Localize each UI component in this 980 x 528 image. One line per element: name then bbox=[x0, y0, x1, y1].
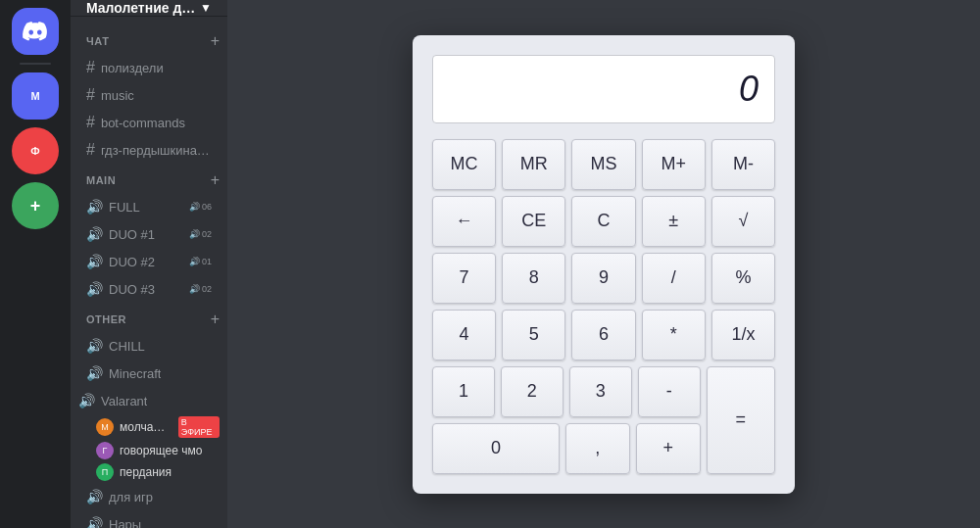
voice-avatar: М bbox=[96, 418, 114, 436]
voice-channel-valarant-group: 🔊 Valarant М молчащий В ЭФИРЕ Г говоряще… bbox=[71, 387, 227, 483]
voice-channel-dlya-igr[interactable]: 🔊 для игр bbox=[78, 483, 220, 510]
voice-icon: 🔊 bbox=[78, 393, 95, 408]
server-bar: М Ф + bbox=[0, 0, 71, 528]
server-icon-maloletniye[interactable]: М bbox=[12, 72, 59, 120]
channel-badge: 🔊06 bbox=[189, 202, 212, 212]
calc-equals-button[interactable]: = bbox=[707, 366, 775, 474]
voice-badge-air: В ЭФИРЕ bbox=[178, 416, 220, 438]
hash-icon: # bbox=[86, 114, 95, 131]
channel-name: DUO #2 bbox=[109, 255, 155, 269]
voice-channel-duo3[interactable]: 🔊 DUO #3 🔊02 bbox=[78, 275, 220, 303]
chevron-down-icon: ▼ bbox=[200, 1, 212, 15]
discord-home-icon[interactable] bbox=[12, 8, 59, 55]
calc-7-button[interactable]: 7 bbox=[432, 253, 496, 304]
calc-0-button[interactable]: 0 bbox=[432, 423, 560, 474]
calc-row-123: 1 2 3 - bbox=[432, 366, 701, 417]
channel-item-bot-commands[interactable]: # bot-commands bbox=[78, 109, 220, 136]
voice-user-molchashiy[interactable]: М молчащий В ЭФИРЕ bbox=[78, 414, 220, 440]
voice-username: говорящее чмо bbox=[120, 444, 202, 457]
add-channel-icon[interactable]: + bbox=[211, 32, 220, 50]
calc-4-button[interactable]: 4 bbox=[432, 310, 496, 360]
add-other-icon[interactable]: + bbox=[211, 311, 220, 328]
calc-mminus-button[interactable]: M- bbox=[711, 139, 775, 190]
add-voice-icon[interactable]: + bbox=[211, 171, 220, 189]
main-section-title: MAIN bbox=[86, 174, 116, 186]
calc-plusminus-button[interactable]: ± bbox=[642, 196, 706, 247]
voice-icon: 🔊 bbox=[86, 516, 103, 528]
calc-5-button[interactable]: 5 bbox=[502, 310, 565, 360]
calc-6-button[interactable]: 6 bbox=[571, 310, 635, 360]
voice-channel-nary[interactable]: 🔊 Нары bbox=[78, 510, 220, 528]
channel-name: гдз-пердышкина-7класс bbox=[101, 143, 212, 158]
channel-name: DUO #3 bbox=[109, 282, 155, 297]
calc-display-value: 0 bbox=[739, 69, 759, 110]
voice-icon: 🔊 bbox=[86, 365, 103, 381]
calc-mc-button[interactable]: MC bbox=[432, 139, 496, 190]
server-divider bbox=[20, 63, 51, 65]
voice-channel-duo2[interactable]: 🔊 DUO #2 🔊01 bbox=[78, 248, 220, 275]
calc-row-0: 0 , + bbox=[432, 423, 701, 474]
voice-channel-valarant[interactable]: 🔊 Valarant bbox=[78, 387, 220, 414]
calc-2-button[interactable]: 2 bbox=[501, 366, 564, 417]
channel-name: CHILL bbox=[109, 339, 145, 354]
calc-9-button[interactable]: 9 bbox=[571, 253, 635, 304]
hash-icon: # bbox=[86, 59, 95, 76]
main-area: 0 MC MR MS M+ M- ← CE C ± √ 7 8 bbox=[227, 0, 980, 528]
channel-name: DUO #1 bbox=[109, 227, 155, 242]
calc-minus-button[interactable]: - bbox=[638, 366, 701, 417]
calc-row-456: 4 5 6 * 1/x bbox=[432, 310, 775, 360]
calc-plus-button[interactable]: + bbox=[636, 423, 701, 474]
channel-name: Нары bbox=[109, 517, 141, 529]
voice-username: пердания bbox=[120, 465, 172, 479]
calc-1-button[interactable]: 1 bbox=[432, 366, 495, 417]
calc-reciprocal-button[interactable]: 1/x bbox=[711, 310, 775, 360]
calc-ce-button[interactable]: CE bbox=[502, 196, 565, 247]
voice-icon: 🔊 bbox=[86, 489, 103, 504]
voice-icon: 🔊 bbox=[86, 338, 103, 354]
server-icon-green[interactable]: + bbox=[12, 182, 59, 229]
server-header[interactable]: Малолетние дебилы ▼ bbox=[71, 0, 227, 17]
channel-name: полиздели bbox=[101, 61, 164, 75]
server-icon-fort[interactable]: Ф bbox=[12, 127, 59, 174]
calc-row-789: 7 8 9 / % bbox=[432, 253, 775, 304]
channel-name: для игр bbox=[109, 490, 153, 504]
channel-sidebar: Малолетние дебилы ▼ ЧАТ + # полиздели # … bbox=[71, 0, 227, 528]
voice-user-perdaniya[interactable]: П пердания bbox=[78, 461, 220, 483]
calc-multiply-button[interactable]: * bbox=[642, 310, 706, 360]
channel-item-music[interactable]: # music bbox=[78, 81, 220, 109]
calc-backspace-button[interactable]: ← bbox=[432, 196, 496, 247]
channel-name: FULL bbox=[109, 200, 140, 215]
channel-item-politzdeli[interactable]: # полиздели bbox=[78, 54, 220, 81]
calc-dot-button[interactable]: , bbox=[565, 423, 630, 474]
chat-section-title: ЧАТ bbox=[86, 35, 109, 47]
channel-name: Minecraft bbox=[109, 366, 161, 381]
voice-avatar: П bbox=[96, 463, 114, 481]
calc-c-button[interactable]: C bbox=[571, 196, 635, 247]
calc-ms-button[interactable]: MS bbox=[571, 139, 635, 190]
other-section-title: OTHER bbox=[86, 313, 126, 325]
voice-channel-duo1[interactable]: 🔊 DUO #1 🔊02 bbox=[78, 220, 220, 248]
voice-channel-chill[interactable]: 🔊 CHILL bbox=[78, 332, 220, 360]
server-name: Малолетние дебилы bbox=[86, 0, 200, 16]
voice-channel-full[interactable]: 🔊 FULL 🔊06 bbox=[78, 193, 220, 220]
calc-mr-button[interactable]: MR bbox=[502, 139, 565, 190]
voice-icon: 🔊 bbox=[86, 254, 103, 269]
voice-icon: 🔊 bbox=[86, 281, 103, 297]
calc-bottom-rows: 1 2 3 - 0 , + = bbox=[432, 366, 775, 474]
hash-icon: # bbox=[86, 141, 95, 159]
calc-sqrt-button[interactable]: √ bbox=[711, 196, 775, 247]
calc-8-button[interactable]: 8 bbox=[502, 253, 565, 304]
voice-channel-minecraft[interactable]: 🔊 Minecraft bbox=[78, 360, 220, 387]
calc-divide-button[interactable]: / bbox=[642, 253, 706, 304]
voice-user-govoryashee[interactable]: Г говорящее чмо bbox=[78, 440, 220, 461]
calc-percent-button[interactable]: % bbox=[711, 253, 775, 304]
channel-badge: 🔊01 bbox=[189, 257, 212, 266]
channel-item-gdz[interactable]: # гдз-пердышкина-7класс bbox=[78, 136, 220, 164]
calc-mplus-button[interactable]: M+ bbox=[642, 139, 706, 190]
voice-username: молчащий bbox=[120, 420, 171, 434]
calc-3-button[interactable]: 3 bbox=[569, 366, 632, 417]
channel-badge: 🔊02 bbox=[189, 229, 212, 239]
calc-digits-area: 1 2 3 - 0 , + bbox=[432, 366, 701, 474]
channel-name: Valarant bbox=[101, 394, 147, 408]
channel-name: bot-commands bbox=[101, 116, 185, 130]
